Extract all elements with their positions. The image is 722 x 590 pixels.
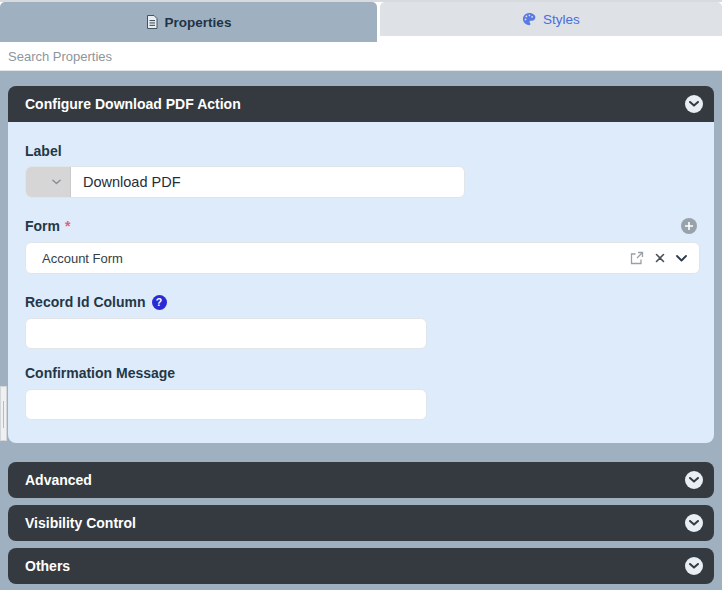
record-id-column-label-row: Record Id Column ? (25, 294, 697, 310)
palette-icon (522, 12, 536, 26)
form-select[interactable]: Account Form (25, 242, 700, 274)
required-asterisk: * (65, 218, 70, 234)
accordion-header-others[interactable]: Others (8, 548, 714, 584)
accordion-section-configure: Configure Download PDF Action Label (8, 86, 714, 443)
accordion-title: Visibility Control (25, 515, 136, 531)
tab-properties[interactable]: Properties (0, 2, 377, 42)
chevron-circle-down-icon[interactable] (685, 514, 703, 532)
chevron-down-icon (52, 179, 61, 185)
open-form-external-link-icon[interactable] (630, 251, 644, 265)
accordion-title: Configure Download PDF Action (25, 96, 241, 112)
tab-bar: Properties Styles (0, 0, 722, 42)
form-label-text: Form (25, 218, 60, 234)
accordion-title: Advanced (25, 472, 92, 488)
label-field-label: Label (25, 143, 697, 159)
label-value-input[interactable] (71, 167, 464, 197)
chevron-circle-down-icon[interactable] (685, 471, 703, 489)
accordion-header-configure-download-pdf-action[interactable]: Configure Download PDF Action (8, 86, 714, 122)
confirmation-message-input[interactable] (25, 389, 427, 420)
confirmation-message-label-row: Confirmation Message (25, 365, 697, 381)
chevron-down-icon[interactable] (676, 255, 687, 262)
tab-styles[interactable]: Styles (380, 2, 722, 36)
plus-icon (685, 222, 693, 230)
record-id-column-input[interactable] (25, 318, 427, 349)
accordion-header-advanced[interactable]: Advanced (8, 462, 714, 498)
accordion-header-visibility-control[interactable]: Visibility Control (8, 505, 714, 541)
properties-panel-content: Configure Download PDF Action Label (0, 71, 722, 584)
accordion-body-configure: Label Form * (8, 122, 714, 443)
form-field-label-row: Form * (25, 218, 697, 234)
document-icon (146, 15, 158, 29)
search-row (0, 42, 722, 71)
chevron-circle-down-icon[interactable] (685, 557, 703, 575)
chevron-circle-down-icon[interactable] (685, 95, 703, 113)
clear-x-icon[interactable] (655, 253, 665, 263)
confirmation-message-label-text: Confirmation Message (25, 365, 175, 381)
vertical-scrollbar[interactable] (0, 386, 7, 441)
scrollbar-thumb[interactable] (3, 401, 4, 428)
accordion-title: Others (25, 558, 70, 574)
search-properties-input[interactable] (8, 49, 714, 64)
form-select-icons (630, 251, 687, 265)
tab-styles-label: Styles (543, 12, 580, 27)
question-circle-icon[interactable]: ? (152, 295, 167, 310)
record-id-column-label-text: Record Id Column (25, 294, 146, 310)
label-binding-dropdown-button[interactable] (26, 167, 71, 197)
label-text: Label (25, 143, 62, 159)
form-selected-value: Account Form (42, 251, 123, 266)
add-form-button[interactable] (681, 218, 697, 234)
label-input-group (25, 166, 465, 198)
tab-properties-label: Properties (165, 15, 232, 30)
